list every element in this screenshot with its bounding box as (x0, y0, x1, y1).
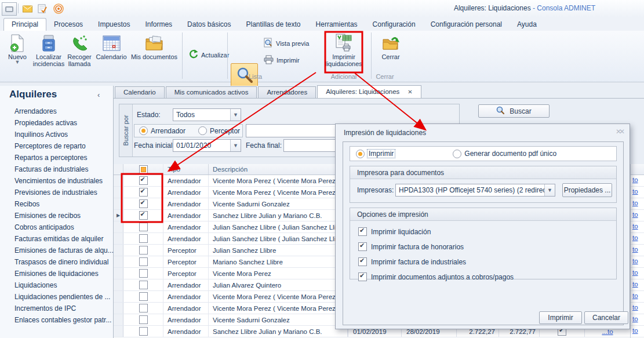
sidebar-item-repartos-a-perceptores[interactable]: Repartos a perceptores (0, 152, 114, 163)
sidebar-item-previsiones-de-industriales[interactable]: Previsiones de industriales (0, 187, 114, 198)
broadcast-icon[interactable] (52, 3, 65, 14)
tab-alquileres-liquidaciones[interactable]: Alquileres: Liquidaciones ✕ (317, 85, 421, 98)
radio-arrendador[interactable]: Arrendador (139, 126, 185, 135)
row-select-cell[interactable] (123, 245, 163, 256)
sidebar-collapse-icon[interactable]: ‹ (97, 90, 100, 99)
tasks-icon[interactable] (36, 3, 49, 14)
row-select-cell[interactable] (123, 303, 163, 314)
option-documentos-adjuntos[interactable]: Imprimir documentos adjuntos a cobros/pa… (358, 272, 514, 281)
tab-close-icon[interactable]: ✕ (407, 86, 412, 98)
row-checkbox[interactable] (139, 211, 148, 220)
radio-perceptor[interactable]: Perceptor (198, 126, 240, 135)
option-checkbox[interactable] (358, 257, 367, 266)
row-checkbox[interactable] (139, 304, 148, 312)
calendario-button[interactable]: Calendario (94, 32, 128, 60)
menu-tab-impuestos[interactable]: Impuestos (90, 19, 137, 31)
row-select-cell[interactable] (123, 256, 163, 267)
sidebar-item-emisiones-de-recibos[interactable]: Emisiones de recibos (0, 210, 114, 221)
radio-imprimir[interactable]: Imprimir (356, 150, 395, 158)
menu-tab-configuracion-personal[interactable]: Configuración personal (423, 19, 510, 31)
option-checkbox[interactable] (358, 272, 367, 281)
fecha-final-input[interactable] (283, 139, 341, 152)
row-link-fragment[interactable]: to (631, 314, 644, 326)
sidebar-item-propiedades-activas[interactable]: Propiedades activas (0, 117, 114, 129)
search-text-input[interactable] (246, 124, 341, 137)
radio-pdf-circle[interactable] (453, 150, 461, 158)
row-link-fragment[interactable]: to (631, 279, 644, 291)
localizar-incidencias-button[interactable]: Localizar incidencias (33, 32, 64, 67)
fecha-inicial-dropdown[interactable]: 01/01/2020 ▼ (173, 139, 241, 152)
row-checkbox[interactable] (139, 234, 148, 243)
sidebar-item-inquilinos-activos[interactable]: Inquilinos Activos (0, 129, 114, 140)
row-select-cell[interactable] (123, 210, 163, 221)
option-imprimir-liquidacion[interactable]: Imprimir liquidación (358, 227, 431, 236)
sidebar-item-liquidaciones-pendientes[interactable]: Liquidaciones pendientes de ... (0, 291, 114, 303)
tab-calendario[interactable]: Calendario (115, 86, 165, 98)
menu-tab-herramientas[interactable]: Herramientas (308, 19, 365, 31)
row-checkbox[interactable] (139, 281, 148, 289)
cerrar-button[interactable]: Cerrar (374, 32, 407, 60)
row-checkbox[interactable] (139, 188, 148, 197)
sidebar-item-cobros-anticipados[interactable]: Cobros anticipados (0, 221, 114, 233)
dialog-close-icon[interactable]: ✕✕ (616, 128, 623, 136)
row-select-cell[interactable] (123, 326, 163, 337)
dialog-imprimir-button[interactable]: Imprimir (539, 311, 582, 324)
select-all-checkbox[interactable] (139, 165, 148, 174)
chevron-down-icon[interactable]: ▼ (544, 184, 555, 196)
menu-tab-procesos[interactable]: Procesos (46, 19, 90, 31)
nuevo-button[interactable]: Nuevo ▼ (3, 32, 31, 64)
row-link-fragment[interactable]: to (631, 303, 644, 314)
sidebar-item-recibos[interactable]: Recibos (0, 198, 114, 210)
radio-generar-pdf[interactable]: Generar documento pdf único (453, 150, 556, 158)
sidebar-item-enlaces-contables[interactable]: Enlaces contables gestor patr... (0, 314, 114, 326)
row-checkbox[interactable] (139, 292, 148, 301)
impresoras-dropdown[interactable]: HPDA1303 (HP Officejet 5740 series) (2 r… (395, 184, 555, 197)
sidebar-item-facturas-de-industriales[interactable]: Facturas de industriales (0, 163, 114, 175)
row-link-fragment[interactable]: to (631, 233, 644, 245)
row-select-cell[interactable] (123, 233, 163, 244)
imprimir-small-button[interactable]: Imprimir (264, 55, 300, 66)
menu-tab-principal[interactable]: Principal (3, 18, 46, 31)
dialog-cancelar-button[interactable]: Cancelar (584, 311, 628, 324)
row-link-fragment[interactable]: to (631, 210, 644, 221)
actualizar-button[interactable]: Actualizar (188, 49, 229, 60)
row-checkbox[interactable] (139, 257, 148, 266)
row-checkbox[interactable] (139, 269, 148, 278)
row-link-fragment[interactable]: to (631, 326, 644, 337)
row-select-cell[interactable] (123, 175, 163, 186)
row-checkbox[interactable] (139, 246, 148, 255)
row-link-fragment[interactable]: to (631, 291, 644, 303)
imprimir-liquidaciones-button[interactable]: Imprimir liquidaciones (320, 32, 368, 67)
radio-perceptor-circle[interactable] (198, 126, 207, 135)
row-select-cell[interactable] (123, 279, 163, 290)
tab-mis-comunicados[interactable]: Mis comunicados activos (166, 86, 257, 98)
menu-tab-configuracion[interactable]: Configuración (365, 19, 423, 31)
radio-arrendador-circle[interactable] (139, 126, 148, 135)
chevron-down-icon[interactable]: ▼ (230, 109, 241, 121)
sidebar-item-emisiones-de-facturas[interactable]: Emisiones de facturas de alqu... (0, 245, 114, 256)
option-checkbox[interactable] (358, 242, 367, 251)
row-link-fragment[interactable]: to (631, 268, 644, 279)
sidebar-item-facturas-emitidas[interactable]: Facturas emitidas de alquiler (0, 233, 114, 245)
sidebar-item-traspasos-de-dinero[interactable]: Traspasos de dinero individual (0, 256, 114, 268)
row-select-cell[interactable] (123, 268, 163, 279)
row-link-fragment[interactable]: to (631, 175, 644, 187)
recoger-llamada-button[interactable]: Recoger llamada (66, 32, 93, 67)
propiedades-button[interactable]: Propiedades ... (562, 183, 612, 197)
select-all-cell[interactable] (123, 164, 163, 175)
column-header-tipo[interactable]: Tipo (163, 164, 209, 175)
vista-previa-button[interactable]: Vista previa (264, 38, 309, 49)
row-link-fragment[interactable]: to (631, 221, 644, 233)
sidebar-item-vencimientos-de-industriales[interactable]: Vencimientos de industriales (0, 175, 114, 187)
menu-tab-informes[interactable]: Informes (137, 19, 180, 31)
sidebar-item-perceptores-de-reparto[interactable]: Perceptores de reparto (0, 140, 114, 152)
tab-arrendadores[interactable]: Arrendadores (258, 86, 316, 98)
sidebar-item-incrementos-de-ipc[interactable]: Incrementos de IPC (0, 303, 114, 314)
menu-tab-ayuda[interactable]: Ayuda (510, 19, 544, 31)
chevron-down-icon[interactable]: ▼ (230, 140, 241, 151)
sidebar-item-emisiones-de-liquidaciones[interactable]: Emisiones de liquidaciones (0, 268, 114, 279)
row-link-fragment[interactable]: to (631, 256, 644, 268)
row-select-cell[interactable] (123, 291, 163, 302)
row-checkbox[interactable] (139, 199, 148, 208)
row-checkbox[interactable] (139, 315, 148, 324)
